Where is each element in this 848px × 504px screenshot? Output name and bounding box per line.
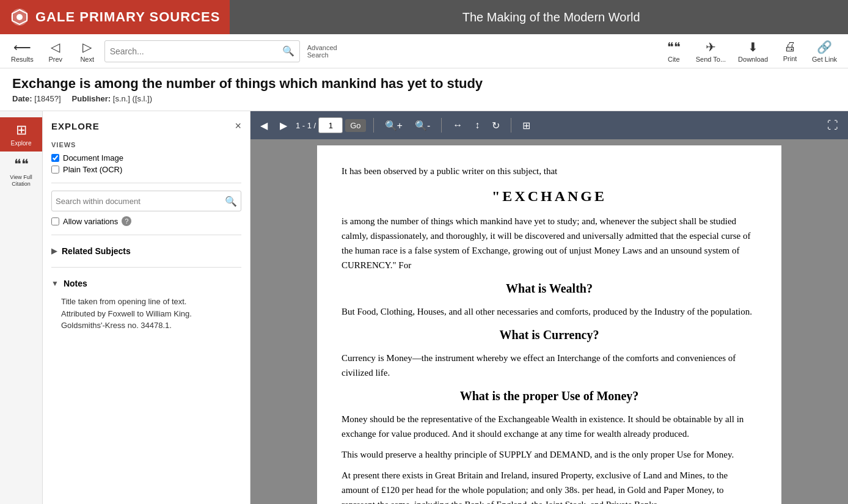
download-button[interactable]: ⬇ Download xyxy=(733,37,773,65)
results-icon: ⟵ xyxy=(13,40,31,54)
sidebar-icon-panel: ⊞ Explore ❝❝ View FullCitation xyxy=(0,111,43,504)
page-navigation: 1 - 1 / Go xyxy=(296,117,366,133)
search-within-icon[interactable]: 🔍 xyxy=(225,195,237,207)
get-link-button[interactable]: 🔗 Get Link xyxy=(807,37,842,65)
page-number-input[interactable] xyxy=(318,117,343,133)
gale-logo-icon xyxy=(10,7,29,27)
viewer-toolbar: ◀ ▶ 1 - 1 / Go 🔍+ 🔍- ↔ ↕ ↻ ⊞ ⛶ xyxy=(250,111,848,139)
next-page-button[interactable]: ▶ xyxy=(276,118,291,133)
viewer-content[interactable]: It has been observed by a public writer … xyxy=(250,139,848,504)
sidebar-item-citation[interactable]: ❝❝ View FullCitation xyxy=(0,152,42,192)
print-button[interactable]: 🖨 Print xyxy=(775,37,805,65)
fullscreen-button[interactable]: ⛶ xyxy=(824,117,842,134)
search-icon: 🔍 xyxy=(282,45,294,57)
help-icon[interactable]: ? xyxy=(122,216,131,226)
notes-body: Title taken from opening line of text. A… xyxy=(51,292,241,332)
advanced-search-link[interactable]: Advanced Search xyxy=(307,44,337,59)
gale-title: GALE PRIMARY SOURCES xyxy=(35,9,220,25)
doc-intro: It has been observed by a public writer … xyxy=(342,164,757,178)
next-button[interactable]: ▷ Next xyxy=(73,37,102,65)
fit-width-button[interactable]: ↔ xyxy=(449,118,466,133)
doc-heading3: What is the proper Use of Money? xyxy=(342,386,757,406)
doc-para3: Currency is Money—the instrument whereby… xyxy=(342,351,757,380)
related-subjects-toggle[interactable]: ▶ Related Subjects xyxy=(51,243,241,260)
notes-toggle[interactable]: ▼ Notes xyxy=(51,275,241,292)
doc-para2: But Food, Clothing, Houses, and all othe… xyxy=(342,304,757,319)
plain-text-option[interactable]: Plain Text (OCR) xyxy=(51,165,241,174)
explore-panel-title: EXPLORE xyxy=(51,121,100,131)
results-button[interactable]: ⟵ Results xyxy=(6,37,38,65)
next-icon: ▷ xyxy=(82,40,92,54)
doc-image-option[interactable]: Document Image xyxy=(51,153,241,163)
logo-area: GALE PRIMARY SOURCES xyxy=(0,0,230,34)
views-section: VIEWS Document Image Plain Text (OCR) xyxy=(51,141,241,174)
allow-variations-checkbox[interactable] xyxy=(51,217,59,225)
related-subjects-chevron: ▶ xyxy=(51,247,57,255)
prev-button[interactable]: ◁ Prev xyxy=(41,37,70,65)
doc-metadata: Date: [1845?] Publisher: [s.n.] ([s.l.]) xyxy=(12,94,836,103)
thumbnail-button[interactable]: ⊞ xyxy=(519,118,534,133)
notes-chevron: ▼ xyxy=(51,279,59,288)
print-icon: 🖨 xyxy=(784,40,796,54)
explore-icon: ⊞ xyxy=(16,122,27,138)
search-input[interactable] xyxy=(110,46,282,56)
zoom-in-button[interactable]: 🔍+ xyxy=(381,118,406,133)
zoom-out-button[interactable]: 🔍- xyxy=(411,118,434,133)
citation-icon: ❝❝ xyxy=(14,156,29,172)
doc-heading2: What is Currency? xyxy=(342,325,757,345)
doc-para5: This would preserve a healthy principle … xyxy=(342,447,757,462)
main-search-bar[interactable]: 🔍 xyxy=(104,40,300,62)
doc-image-checkbox[interactable] xyxy=(51,154,59,162)
close-explore-button[interactable]: × xyxy=(235,120,241,133)
cite-icon: ❝❝ xyxy=(667,40,681,54)
document-viewer: ◀ ▶ 1 - 1 / Go 🔍+ 🔍- ↔ ↕ ↻ ⊞ ⛶ It has be… xyxy=(250,111,848,504)
svg-point-2 xyxy=(16,14,23,20)
fit-height-button[interactable]: ↕ xyxy=(471,118,483,133)
document-page: It has been observed by a public writer … xyxy=(317,145,781,504)
main-content: ⊞ Explore ❝❝ View FullCitation EXPLORE ×… xyxy=(0,111,848,504)
notes-section: ▼ Notes Title taken from opening line of… xyxy=(51,275,241,332)
views-label: VIEWS xyxy=(51,141,241,148)
doc-para1: is among the number of things which mank… xyxy=(342,214,757,272)
download-icon: ⬇ xyxy=(748,40,758,54)
go-button[interactable]: Go xyxy=(345,119,365,132)
send-icon: ✈ xyxy=(706,40,716,54)
doc-para6: At present there exists in Great Britain… xyxy=(342,468,757,504)
plain-text-checkbox[interactable] xyxy=(51,166,59,173)
prev-page-button[interactable]: ◀ xyxy=(257,118,271,133)
sidebar-item-explore[interactable]: ⊞ Explore xyxy=(0,117,42,152)
doc-info-bar: Exchange is among the number of things w… xyxy=(0,68,848,111)
send-to-button[interactable]: ✈ Send To... xyxy=(691,37,731,65)
toolbar-right: ❝❝ Cite ✈ Send To... ⬇ Download 🖨 Print … xyxy=(659,37,842,65)
explore-panel: EXPLORE × VIEWS Document Image Plain Tex… xyxy=(43,111,250,504)
cite-button[interactable]: ❝❝ Cite xyxy=(659,37,689,65)
doc-heading1: What is Wealth? xyxy=(342,279,757,298)
rotate-button[interactable]: ↻ xyxy=(488,118,503,133)
search-within-bar[interactable]: 🔍 xyxy=(51,191,241,211)
header-banner: GALE PRIMARY SOURCES The Making of the M… xyxy=(0,0,848,34)
explore-panel-header: EXPLORE × xyxy=(51,120,241,133)
search-within-input[interactable] xyxy=(56,197,225,206)
main-toolbar: ⟵ Results ◁ Prev ▷ Next 🔍 Advanced Searc… xyxy=(0,34,848,68)
doc-exchange-heading: "EXCHANGE xyxy=(342,184,757,208)
link-icon: 🔗 xyxy=(817,40,832,54)
doc-para4: Money should be the representative of th… xyxy=(342,412,757,441)
allow-variations-row: Allow variations ? xyxy=(51,216,241,226)
page-current-label: 1 - 1 / xyxy=(296,121,316,130)
prev-icon: ◁ xyxy=(51,40,60,54)
document-title: Exchange is among the number of things w… xyxy=(12,76,836,92)
collection-subtitle: The Making of the Modern World xyxy=(230,0,848,34)
